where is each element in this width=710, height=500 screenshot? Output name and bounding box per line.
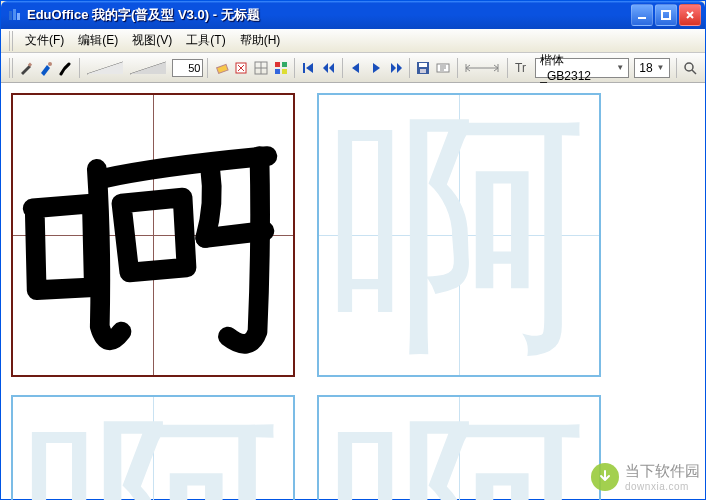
step-back-button[interactable] xyxy=(347,57,366,79)
svg-text:Tr: Tr xyxy=(515,61,526,75)
toolbar-sep xyxy=(79,58,80,78)
toolbar-sep xyxy=(342,58,343,78)
practice-cell-active[interactable] xyxy=(11,93,295,377)
practice-cell-template[interactable]: 啊 xyxy=(11,395,295,500)
practice-cell-template[interactable]: 啊 xyxy=(317,395,601,500)
zoom-icon[interactable] xyxy=(680,57,699,79)
svg-point-6 xyxy=(48,62,52,66)
width-indicator-icon[interactable] xyxy=(461,57,503,79)
watermark: 当下软件园 downxia.com xyxy=(591,462,700,492)
eraser-icon[interactable] xyxy=(212,57,231,79)
toolbar-sep xyxy=(457,58,458,78)
save-icon[interactable] xyxy=(414,57,433,79)
svg-rect-7 xyxy=(216,64,227,73)
title-bar[interactable]: EduOffice 我的字(普及型 V3.0) - 无标题 xyxy=(1,1,705,29)
prev-button[interactable] xyxy=(319,57,338,79)
font-icon: Tr xyxy=(514,60,530,76)
template-character: 啊 xyxy=(319,397,599,500)
menu-help[interactable]: 帮助(H) xyxy=(234,29,287,52)
template-character: 啊 xyxy=(319,95,599,375)
svg-rect-0 xyxy=(9,11,12,20)
font-size-select[interactable]: 18 ▼ xyxy=(634,58,669,78)
toolbar-sep xyxy=(507,58,508,78)
toolbar-sep xyxy=(409,58,410,78)
menu-tools[interactable]: 工具(T) xyxy=(180,29,231,52)
svg-rect-17 xyxy=(420,69,426,73)
svg-rect-11 xyxy=(282,62,287,67)
menu-bar: 文件(F) 编辑(E) 视图(V) 工具(T) 帮助(H) xyxy=(1,29,705,53)
svg-rect-3 xyxy=(638,17,646,19)
brush-size-value: 50 xyxy=(188,62,200,74)
svg-rect-4 xyxy=(662,11,670,19)
svg-rect-16 xyxy=(419,63,427,67)
chevron-down-icon: ▼ xyxy=(657,63,665,72)
workspace: 啊 啊 啊 xyxy=(1,83,705,499)
chevron-down-icon: ▼ xyxy=(616,63,624,72)
toolbar-sep xyxy=(207,58,208,78)
svg-rect-12 xyxy=(275,69,280,74)
watermark-text: 当下软件园 downxia.com xyxy=(625,462,700,492)
handwritten-stroke xyxy=(13,95,293,375)
practice-cell-template[interactable]: 啊 xyxy=(317,93,601,377)
brush-preview-large-icon[interactable] xyxy=(127,57,169,79)
svg-rect-10 xyxy=(275,62,280,67)
watermark-brand: 当下软件园 xyxy=(625,462,700,479)
font-name-value: 楷体_GB2312 xyxy=(540,52,612,83)
window-title: EduOffice 我的字(普及型 V3.0) - 无标题 xyxy=(27,6,631,24)
menu-view[interactable]: 视图(V) xyxy=(126,29,178,52)
brush-preview-small-icon[interactable] xyxy=(84,57,126,79)
template-character: 啊 xyxy=(13,397,293,500)
svg-rect-1 xyxy=(13,9,16,20)
download-arrow-icon xyxy=(591,463,619,491)
minimize-button[interactable] xyxy=(631,4,653,26)
menu-edit[interactable]: 编辑(E) xyxy=(72,29,124,52)
menu-grip[interactable] xyxy=(9,31,15,51)
toolbar-grip-1[interactable] xyxy=(9,58,14,78)
svg-rect-13 xyxy=(282,69,287,74)
toolbar: 50 Tr 楷体_GB2312 ▼ 18 ▼ xyxy=(1,53,705,83)
svg-rect-2 xyxy=(17,13,20,20)
svg-rect-14 xyxy=(303,63,305,73)
menu-file[interactable]: 文件(F) xyxy=(19,29,70,52)
first-button[interactable] xyxy=(299,57,318,79)
calligraphy-tool-icon[interactable] xyxy=(57,57,76,79)
watermark-url: downxia.com xyxy=(625,481,700,492)
font-size-value: 18 xyxy=(639,61,652,75)
font-name-select[interactable]: 楷体_GB2312 ▼ xyxy=(535,58,629,78)
text-box-icon[interactable] xyxy=(434,57,453,79)
play-button[interactable] xyxy=(367,57,386,79)
brush-size-input[interactable]: 50 xyxy=(172,59,203,77)
toolbar-sep xyxy=(676,58,677,78)
svg-point-20 xyxy=(685,63,693,71)
next-button[interactable] xyxy=(386,57,405,79)
maximize-button[interactable] xyxy=(655,4,677,26)
grid-settings-icon[interactable] xyxy=(252,57,271,79)
color-picker-icon[interactable] xyxy=(272,57,291,79)
app-icon xyxy=(7,7,23,23)
pen-tool-icon[interactable] xyxy=(17,57,36,79)
brush-tool-icon[interactable] xyxy=(37,57,56,79)
clear-page-icon[interactable] xyxy=(232,57,251,79)
toolbar-sep xyxy=(294,58,295,78)
close-button[interactable] xyxy=(679,4,701,26)
window-frame: EduOffice 我的字(普及型 V3.0) - 无标题 文件(F) 编辑(E… xyxy=(0,0,706,500)
